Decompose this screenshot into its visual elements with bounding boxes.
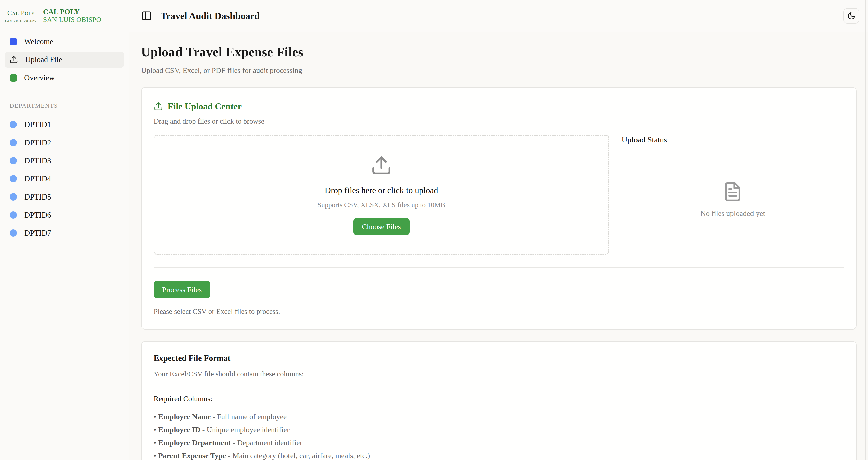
bullet: •	[154, 452, 156, 460]
main-area: Travel Audit Dashboard Upload Travel Exp…	[129, 0, 868, 460]
department-dot-icon	[9, 175, 17, 183]
column-name: Parent Expense Type	[158, 452, 226, 460]
upload-card-title-row: File Upload Center	[154, 101, 844, 112]
calpoly-logo-subtext: SAN LUIS OBISPO	[5, 19, 37, 22]
app-title: Travel Audit Dashboard	[161, 10, 259, 21]
sidebar-item-dptid7[interactable]: DPTID7	[4, 224, 124, 242]
department-dot-icon	[9, 139, 17, 146]
department-dot-icon	[9, 193, 17, 200]
calpoly-logo: Cal Poly SAN LUIS OBISPO	[5, 9, 37, 22]
dark-mode-toggle-button[interactable]	[843, 8, 860, 24]
page-subtitle: Upload CSV, Excel, or PDF files for audi…	[141, 66, 857, 74]
column-name: Employee Name	[158, 412, 211, 421]
sidebar-item-label: Upload File	[25, 55, 62, 64]
departments-section-label: DEPARTMENTS	[9, 102, 124, 109]
sidebar-item-label: Welcome	[24, 37, 53, 46]
sidebar-item-dptid1[interactable]: DPTID1	[4, 116, 124, 134]
department-label: DPTID4	[24, 174, 51, 184]
upload-icon	[371, 155, 392, 176]
required-column-item: •Employee Name - Full name of employee	[154, 412, 844, 421]
page-title: Upload Travel Expense Files	[141, 45, 857, 60]
page-content: Upload Travel Expense Files Upload CSV, …	[129, 32, 868, 460]
department-label: DPTID1	[24, 120, 51, 129]
upload-status-panel: Upload Status No files uploaded yet	[622, 135, 844, 255]
file-dropzone[interactable]: Drop files here or click to upload Suppo…	[154, 135, 609, 255]
required-columns-list: •Employee Name - Full name of employee •…	[154, 412, 844, 460]
upload-status-empty-state: No files uploaded yet	[622, 144, 844, 255]
format-card-title: Expected File Format	[154, 354, 844, 363]
process-files-button[interactable]: Process Files	[154, 281, 210, 298]
upload-card-title: File Upload Center	[168, 101, 242, 112]
department-label: DPTID6	[24, 210, 51, 220]
column-name: Employee ID	[158, 425, 200, 434]
department-label: DPTID7	[24, 229, 51, 238]
column-desc: - Full name of employee	[211, 412, 287, 421]
brand: Cal Poly SAN LUIS OBISPO CAL POLY SAN LU…	[4, 6, 124, 30]
moon-icon	[847, 11, 856, 20]
department-label: DPTID2	[24, 138, 51, 147]
top-bar: Travel Audit Dashboard	[129, 0, 868, 32]
sidebar: Cal Poly SAN LUIS OBISPO CAL POLY SAN LU…	[0, 0, 129, 460]
department-dot-icon	[9, 121, 17, 128]
upload-status-empty-text: No files uploaded yet	[700, 209, 765, 218]
sidebar-item-dptid2[interactable]: DPTID2	[4, 134, 124, 152]
overview-icon	[9, 74, 17, 81]
sidebar-item-dptid4[interactable]: DPTID4	[4, 170, 124, 188]
brand-name-line1: CAL POLY	[43, 7, 101, 15]
upload-icon	[154, 102, 163, 111]
card-divider	[154, 267, 844, 268]
required-columns-label: Required Columns:	[154, 394, 844, 403]
sidebar-item-dptid6[interactable]: DPTID6	[4, 206, 124, 224]
sidebar-item-welcome[interactable]: Welcome	[4, 34, 124, 50]
format-card-intro: Your Excel/CSV file should contain these…	[154, 370, 844, 378]
panel-left-icon	[142, 10, 152, 21]
department-label: DPTID3	[24, 156, 51, 165]
bullet: •	[154, 412, 156, 421]
department-dot-icon	[9, 229, 17, 237]
column-desc: - Department identifier	[231, 438, 302, 447]
required-column-item: •Employee ID - Unique employee identifie…	[154, 425, 844, 434]
welcome-icon	[9, 38, 17, 45]
department-label: DPTID5	[24, 193, 51, 201]
sidebar-item-upload-file[interactable]: Upload File	[4, 52, 124, 68]
bullet: •	[154, 425, 156, 434]
process-files-note: Please select CSV or Excel files to proc…	[154, 307, 844, 316]
upload-icon	[9, 56, 18, 64]
department-dot-icon	[9, 211, 17, 219]
sidebar-item-label: Overview	[24, 73, 55, 82]
sidebar-item-dptid5[interactable]: DPTID5	[4, 188, 124, 206]
required-column-item: •Parent Expense Type - Main category (ho…	[154, 452, 844, 460]
upload-card-subtitle: Drag and drop files or click to browse	[154, 117, 844, 126]
departments-list: DPTID1 DPTID2 DPTID3 DPTID4 DPTID5 DPTID…	[4, 116, 124, 242]
sidebar-nav: Welcome Upload File Overview	[4, 34, 124, 86]
brand-name: CAL POLY SAN LUIS OBISPO	[43, 7, 101, 24]
column-desc: - Main category (hotel, car, airfare, me…	[226, 452, 370, 460]
choose-files-button[interactable]: Choose Files	[353, 218, 409, 235]
dropzone-primary-text: Drop files here or click to upload	[324, 186, 438, 195]
dropzone-secondary-text: Supports CSV, XLSX, XLS files up to 10MB	[317, 201, 445, 209]
expected-format-card: Expected File Format Your Excel/CSV file…	[141, 341, 857, 460]
column-desc: - Unique employee identifier	[200, 425, 289, 434]
upload-status-title: Upload Status	[622, 135, 844, 144]
column-name: Employee Department	[158, 438, 231, 447]
department-dot-icon	[9, 157, 17, 164]
bullet: •	[154, 438, 156, 447]
scrollbar[interactable]	[865, 0, 866, 460]
sidebar-item-overview[interactable]: Overview	[4, 70, 124, 86]
brand-name-line2: SAN LUIS OBISPO	[43, 15, 101, 23]
file-upload-card: File Upload Center Drag and drop files o…	[141, 87, 857, 329]
sidebar-toggle-button[interactable]	[140, 9, 153, 22]
file-text-icon	[722, 182, 743, 202]
calpoly-logo-wordmark: Cal Poly	[7, 9, 35, 18]
sidebar-item-dptid3[interactable]: DPTID3	[4, 152, 124, 170]
required-column-item: •Employee Department - Department identi…	[154, 438, 844, 447]
